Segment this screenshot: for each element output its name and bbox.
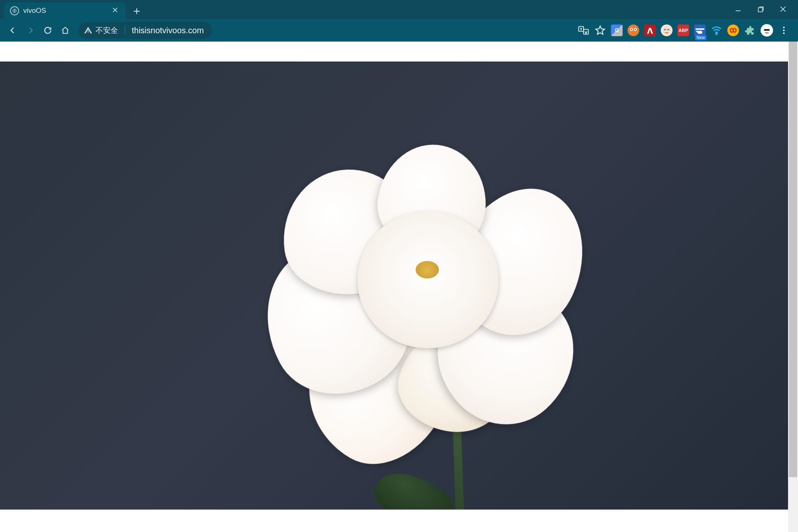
minimize-icon[interactable] [732,5,744,14]
profile-avatar[interactable] [761,24,773,37]
extensions-puzzle-icon[interactable] [744,25,756,36]
svg-point-7 [635,29,636,30]
browser-chrome: vivoOS 不安全 [0,0,798,42]
abp-label: ABP [678,28,688,33]
svg-point-8 [661,25,672,36]
url-text: thisisnotvivoos.com [132,26,204,35]
google-translate-ext-icon[interactable]: G [611,25,623,36]
abp-ext-icon[interactable]: ABP [677,25,689,36]
window-controls [726,2,796,16]
svg-rect-13 [764,29,770,31]
svg-rect-1 [758,7,762,12]
translate-icon[interactable] [578,25,589,36]
toolbar: 不安全 thisisnotvivoos.com G A [0,19,798,42]
extension-row: G ABP New [578,24,792,37]
svg-point-6 [631,29,632,30]
new-tab-button[interactable] [129,3,145,19]
tab-strip: vivoOS [0,0,798,19]
maximize-icon[interactable] [755,5,766,14]
new-badge: New [695,35,707,40]
security-label: 不安全 [96,25,118,35]
scrollbar-thumb[interactable] [789,42,797,477]
home-button[interactable] [58,23,72,37]
warning-icon [84,26,92,34]
chrome-menu-icon[interactable] [778,25,790,36]
globe-icon [10,6,19,15]
adobe-ext-icon[interactable] [644,25,656,36]
reload-button[interactable] [41,23,55,37]
face-ext-icon[interactable] [661,25,672,36]
vertical-scrollbar[interactable] [788,42,798,532]
address-bar[interactable]: 不安全 thisisnotvivoos.com [78,22,212,39]
not-secure-warning: 不安全 [84,25,118,35]
bookmark-star-icon[interactable] [594,25,606,36]
divider [125,26,125,35]
infinity-ext-icon[interactable] [727,25,739,36]
svg-rect-9 [664,29,666,31]
flower-leaf [368,460,459,510]
proxy-ext-icon[interactable]: New [694,25,706,36]
tab-title: vivoOS [23,7,46,15]
forward-button[interactable] [23,23,37,37]
page-content [0,62,798,510]
back-button[interactable] [6,23,20,37]
flower [241,136,598,456]
browser-tab[interactable]: vivoOS [4,2,126,19]
close-window-icon[interactable] [777,5,789,14]
hero-image [0,62,798,510]
owl-ext-icon[interactable] [628,25,639,36]
close-icon[interactable] [112,7,118,15]
svg-point-11 [716,33,717,34]
wifi-ext-icon[interactable] [711,25,722,36]
svg-rect-10 [667,29,670,31]
